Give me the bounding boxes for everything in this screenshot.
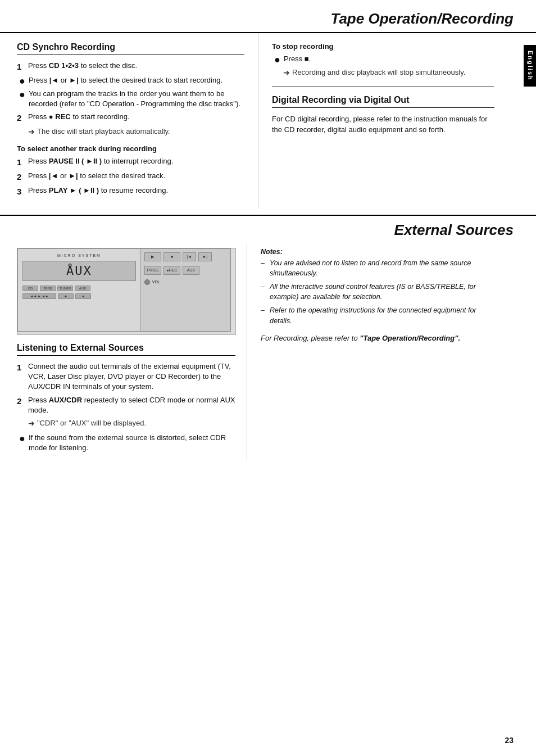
language-tab: English — [524, 45, 536, 87]
list-text: Press |◄ or ►| to select the desired tra… — [28, 171, 165, 183]
list-text: Press AUX/CDR repeatedly to select CDR m… — [28, 395, 235, 415]
list-num: 2 — [17, 171, 25, 183]
list-item: ● You can program the tracks in the orde… — [17, 89, 244, 109]
section-divider — [272, 87, 494, 87]
cd-bullet-list: ● Press |◄ or ►| to select the desired t… — [17, 75, 244, 109]
ext-title-bar: External Sources — [0, 216, 536, 242]
list-num: 1 — [17, 361, 25, 392]
list-num: 3 — [17, 185, 25, 197]
arrow-icon: ➜ — [28, 418, 35, 429]
list-item: 1 Connect the audio out terminals of the… — [17, 361, 235, 392]
for-recording-note: For Recording, please refer to "Tape Ope… — [261, 333, 494, 344]
list-item: ● Press |◄ or ►| to select the desired t… — [17, 75, 244, 86]
dev-btn: TAPE — [40, 286, 56, 291]
list-item: 3 Press PLAY ► ( ►II ) to resume recordi… — [17, 185, 244, 197]
cd-synchro-title: CD Synchro Recording — [17, 42, 244, 55]
dev-right-btn: ▶ — [144, 252, 161, 261]
digital-recording-title: Digital Recording via Digital Out — [272, 95, 494, 108]
note-item: – You are advised not to listen to and r… — [261, 258, 494, 278]
list-item: 1 Press PAUSE II ( ►II ) to interrupt re… — [17, 156, 244, 168]
dash-icon: – — [261, 305, 267, 325]
sub-items-list: 1 Press PAUSE II ( ►II ) to interrupt re… — [17, 156, 244, 197]
list-text: Press PLAY ► ( ►II ) to resume recording… — [28, 185, 168, 197]
list-item: 2 Press ● REC to start recording. — [17, 112, 244, 124]
list-text: You can program the tracks in the order … — [29, 89, 244, 109]
bullet-icon: ● — [19, 433, 25, 453]
arrow-icon: ➜ — [28, 126, 35, 138]
ext-content: MICRO SYSTEM ÅUX CD TAPE TUNER AUX ◄◄ ► … — [0, 242, 536, 467]
note-text: All the interactive sound control featur… — [270, 282, 494, 302]
dev-btn: TUNER — [57, 286, 73, 291]
dev-btn: ◄◄ ► ►► — [22, 293, 56, 299]
list-text: Press ■. — [284, 54, 311, 65]
page-number: 23 — [505, 736, 514, 745]
bullet-icon: ● — [19, 76, 25, 86]
ext-left-col: MICRO SYSTEM ÅUX CD TAPE TUNER AUX ◄◄ ► … — [0, 242, 247, 461]
list-item: ● If the sound from the external source … — [17, 433, 235, 453]
dev-btn: CD — [22, 286, 38, 291]
note-item: – Refer to the operating instructions fo… — [261, 305, 494, 325]
device-panel: MICRO SYSTEM ÅUX CD TAPE TUNER AUX ◄◄ ► … — [17, 248, 231, 332]
ext-bullet-list: ● If the sound from the external source … — [17, 433, 235, 453]
list-item: ● Press ■. — [272, 54, 494, 65]
listening-title: Listening to External Sources — [17, 343, 235, 356]
list-text: Press ● REC to start recording. — [28, 112, 130, 124]
dev-right-btn: ►| — [198, 252, 212, 261]
subsection-title: To select another track during recording — [17, 144, 244, 153]
note-text: You are advised not to listen to and rec… — [270, 258, 494, 278]
list-text: Press CD 1•2•3 to select the disc. — [28, 61, 137, 73]
cd-synchro-list: 1 Press CD 1•2•3 to select the disc. — [17, 61, 244, 73]
dev-btn: ● — [75, 293, 91, 299]
external-sources-section: External Sources MICRO SYSTEM ÅUX CD TAP… — [0, 215, 536, 467]
device-buttons-row-2: ◄◄ ► ►► ■ ● — [22, 293, 136, 299]
dash-icon: – — [261, 258, 267, 278]
list-num: 2 — [17, 112, 25, 124]
dev-btn: ■ — [58, 293, 74, 299]
notes-title: Notes: — [261, 248, 494, 256]
digital-recording-body: For CD digital recording, please refer t… — [272, 114, 494, 135]
list-text: If the sound from the external source is… — [29, 433, 235, 453]
dev-right-btn: ●REC — [163, 266, 180, 275]
arrow-text: "CDR" or "AUX" will be displayed. — [37, 418, 146, 429]
page-title-bar: Tape Operation/Recording — [0, 0, 536, 33]
ext-section-title: External Sources — [0, 221, 514, 239]
notes-block: Notes: – You are advised not to listen t… — [261, 248, 494, 326]
device-right-panel: ▶ ■ |◄ ►| PROG ●REC AUX VOL — [141, 249, 230, 331]
vol-label: VOL — [152, 280, 160, 284]
arrow-note-2: ➜ Recording and disc playback will stop … — [283, 67, 494, 79]
right-btn-group2: PROG ●REC AUX — [144, 266, 227, 275]
list-num: 2 — [17, 395, 25, 415]
list-text: Press |◄ or ►| to select the desired tra… — [29, 75, 222, 86]
list-item: 2 Press |◄ or ►| to select the desired t… — [17, 171, 244, 183]
list-num: 1 — [17, 61, 25, 73]
stop-rec-bullet: ● Press ■. — [272, 54, 494, 65]
device-image: MICRO SYSTEM ÅUX CD TAPE TUNER AUX ◄◄ ► … — [17, 248, 236, 335]
dev-right-btn: PROG — [144, 266, 161, 275]
vol-row: VOL — [144, 279, 227, 285]
vol-knob-icon — [144, 279, 150, 285]
ext-right-col: Notes: – You are advised not to listen t… — [247, 242, 511, 461]
left-column: CD Synchro Recording 1 Press CD 1•2•3 to… — [0, 33, 258, 209]
list-item: 1 Press CD 1•2•3 to select the disc. — [17, 61, 244, 73]
dev-btn: AUX — [75, 286, 90, 291]
top-section: CD Synchro Recording 1 Press CD 1•2•3 to… — [0, 33, 536, 209]
list-item: 2 Press AUX/CDR repeatedly to select CDR… — [17, 395, 235, 415]
right-btn-group: ▶ ■ |◄ ►| — [144, 252, 227, 261]
bullet-icon: ● — [274, 55, 280, 65]
arrow-note-1: ➜ The disc will start playback automatic… — [28, 126, 244, 138]
list-num: 1 — [17, 156, 25, 168]
device-buttons-row: CD TAPE TUNER AUX — [22, 286, 136, 291]
dash-icon: – — [261, 282, 267, 302]
list-text: Connect the audio out terminals of the e… — [28, 361, 235, 392]
arrow-note-3: ➜ "CDR" or "AUX" will be displayed. — [28, 418, 235, 429]
list-text: Press PAUSE II ( ►II ) to interrupt reco… — [28, 156, 173, 168]
device-display: ÅUX — [22, 261, 136, 281]
note-text: Refer to the operating instructions for … — [270, 305, 494, 325]
listening-list: 1 Connect the audio out terminals of the… — [17, 361, 235, 415]
arrow-text: The disc will start playback automatical… — [37, 126, 170, 138]
right-column: To stop recording ● Press ■. ➜ Recording… — [258, 33, 511, 209]
dev-right-btn: ■ — [163, 252, 180, 261]
cd-num-list-2: 2 Press ● REC to start recording. — [17, 112, 244, 124]
page-title: Tape Operation/Recording — [0, 10, 514, 28]
device-left-panel: MICRO SYSTEM ÅUX CD TAPE TUNER AUX ◄◄ ► … — [18, 249, 141, 331]
